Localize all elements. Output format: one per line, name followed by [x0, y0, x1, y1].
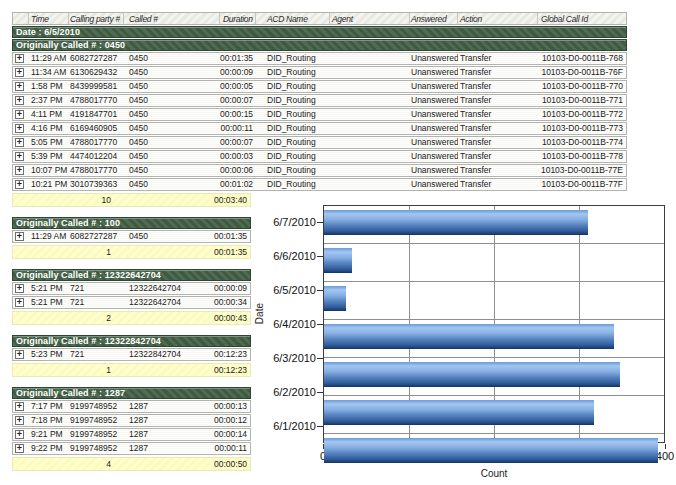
y-tick-mark: [317, 222, 323, 223]
expand-icon[interactable]: +: [15, 54, 24, 63]
cell-global-call-id: 10103-D0-0011B-778: [538, 151, 626, 162]
expand-icon[interactable]: +: [15, 180, 24, 189]
cell-duration: 00:00:06: [220, 165, 256, 176]
table-row[interactable]: + 11:29 AM 6082727287 0450 00:01:35: [12, 230, 251, 243]
table-row[interactable]: + 9:22 PM 9199748952 1287 00:00:11: [12, 442, 251, 455]
cell-time: 10:07 PM: [29, 165, 69, 176]
cell-time: 1:58 PM: [29, 81, 69, 92]
expand-icon[interactable]: +: [15, 350, 24, 359]
expand-icon[interactable]: +: [15, 430, 24, 439]
table-row[interactable]: + 11:29 AM 6082727287 0450 00:01:35 DID_…: [12, 52, 627, 65]
expand-icon[interactable]: +: [15, 416, 24, 425]
header-agent[interactable]: Agent: [330, 13, 410, 24]
cell-called: 0450: [124, 81, 220, 92]
calls-by-date-chart: Date 6/7/20106/6/20106/5/20106/4/20106/3…: [252, 200, 676, 485]
header-acd-name[interactable]: ACD Name: [256, 13, 330, 24]
expand-icon[interactable]: +: [15, 232, 24, 241]
table-row[interactable]: + 5:21 PM 721 12322642704 00:00:09: [12, 282, 251, 295]
group-summary: 1 00:12:23: [12, 363, 251, 377]
chart-band: [324, 248, 664, 282]
expand-icon[interactable]: +: [15, 444, 24, 453]
cell-duration: 00:01:02: [220, 179, 256, 190]
header-called[interactable]: Called #: [124, 13, 220, 24]
cell-duration: 00:12:23: [214, 349, 250, 360]
expand-icon[interactable]: +: [15, 68, 24, 77]
table-row[interactable]: + 5:05 PM 4788017770 0450 00:00:07 DID_R…: [12, 136, 627, 149]
cell-duration: 00:00:15: [220, 109, 256, 120]
header-calling-party[interactable]: Calling party #: [69, 13, 124, 24]
expand-icon[interactable]: +: [15, 110, 24, 119]
y-tick-label: 6/3/2010: [252, 351, 316, 365]
header-answered[interactable]: Answered: [410, 13, 458, 24]
chart-bar-6-3-2010: [324, 362, 620, 387]
expand-icon[interactable]: +: [15, 402, 24, 411]
group-header: Originally Called # : 100: [12, 217, 251, 229]
group-summary: 10 00:03:40: [12, 193, 251, 207]
cell-calling-party: 9199748952: [69, 401, 124, 412]
cell-duration: 00:00:07: [220, 95, 256, 106]
cell-calling-party: 9199748952: [69, 415, 124, 426]
table-row[interactable]: + 10:21 PM 3010739363 0450 00:01:02 DID_…: [12, 178, 627, 191]
cell-called: 0450: [124, 151, 220, 162]
cell-called: 1287: [124, 443, 214, 454]
expand-icon[interactable]: +: [15, 298, 24, 307]
cell-global-call-id: 10103-D0-0011B-772: [538, 109, 626, 120]
cell-calling-party: 4788017770: [69, 165, 124, 176]
header-global-call-id[interactable]: Global Call Id: [538, 13, 626, 24]
cell-answered: Unanswered: [410, 95, 458, 106]
cell-calling-party: 4788017770: [69, 137, 124, 148]
expand-icon[interactable]: +: [15, 82, 24, 91]
cell-global-call-id: 10103-D0-0011B-77F: [538, 179, 626, 190]
table-row[interactable]: + 9:21 PM 9199748952 1287 00:00:14: [12, 428, 251, 441]
cell-calling-party: 4474012204: [69, 151, 124, 162]
cell-duration: 00:00:09: [220, 67, 256, 78]
table-row[interactable]: + 5:21 PM 721 12322642704 00:00:34: [12, 296, 251, 309]
chart-bar-6-1-2010: [324, 438, 658, 463]
table-header-row: Time Calling party # Called # Duration A…: [12, 12, 627, 25]
cell-calling-party: 721: [69, 283, 124, 294]
cell-called: 0450: [124, 53, 220, 64]
header-duration[interactable]: Duration: [220, 13, 256, 24]
summary-count: 10: [69, 194, 124, 206]
expand-icon[interactable]: +: [15, 96, 24, 105]
table-row[interactable]: + 5:23 PM 721 12322842704 00:12:23: [12, 348, 251, 361]
y-tick-label: 6/2/2010: [252, 385, 316, 399]
chart-band: [324, 286, 664, 320]
expand-icon[interactable]: +: [15, 284, 24, 293]
cell-acd-name: DID_Routing: [256, 81, 330, 92]
cell-action: Transfer: [458, 151, 538, 162]
table-row[interactable]: + 7:17 PM 9199748952 1287 00:00:13: [12, 400, 251, 413]
cell-called: 1287: [124, 429, 214, 440]
y-tick-mark: [317, 426, 323, 427]
y-tick-label: 6/4/2010: [252, 317, 316, 331]
table-row[interactable]: + 10:07 PM 4788017770 0450 00:00:06 DID_…: [12, 164, 627, 177]
cell-action: Transfer: [458, 123, 538, 134]
cell-time: 4:11 PM: [29, 109, 69, 120]
chart-bar-6-6-2010: [324, 248, 352, 273]
expand-icon[interactable]: +: [15, 152, 24, 161]
summary-duration: 00:12:23: [214, 364, 250, 376]
table-row[interactable]: + 7:18 PM 9199748952 1287 00:00:12: [12, 414, 251, 427]
table-row[interactable]: + 4:11 PM 4191847701 0450 00:00:15 DID_R…: [12, 108, 627, 121]
header-time[interactable]: Time: [29, 13, 69, 24]
group-header: Originally Called # : 12322642704: [12, 269, 251, 281]
expand-icon[interactable]: +: [15, 138, 24, 147]
y-tick-mark: [317, 392, 323, 393]
cell-called: 12322842704: [124, 349, 214, 360]
table-row[interactable]: + 2:37 PM 4788017770 0450 00:00:07 DID_R…: [12, 94, 627, 107]
table-row[interactable]: + 5:39 PM 4474012204 0450 00:00:03 DID_R…: [12, 150, 627, 163]
cell-duration: 00:00:11: [214, 443, 250, 454]
main-group-rows: + 11:29 AM 6082727287 0450 00:01:35 DID_…: [12, 52, 627, 191]
header-action[interactable]: Action: [458, 13, 538, 24]
expand-icon[interactable]: +: [15, 166, 24, 175]
table-row[interactable]: + 11:34 AM 6130629432 0450 00:00:09 DID_…: [12, 66, 627, 79]
cell-time: 5:39 PM: [29, 151, 69, 162]
cell-time: 5:21 PM: [29, 283, 69, 294]
cell-action: Transfer: [458, 81, 538, 92]
cell-called: 0450: [124, 231, 214, 242]
call-group: Originally Called # : 100 + 11:29 AM 608…: [12, 217, 251, 259]
cell-time: 5:05 PM: [29, 137, 69, 148]
expand-icon[interactable]: +: [15, 124, 24, 133]
table-row[interactable]: + 4:16 PM 6169460905 0450 00:00:11 DID_R…: [12, 122, 627, 135]
table-row[interactable]: + 1:58 PM 8439999581 0450 00:00:05 DID_R…: [12, 80, 627, 93]
